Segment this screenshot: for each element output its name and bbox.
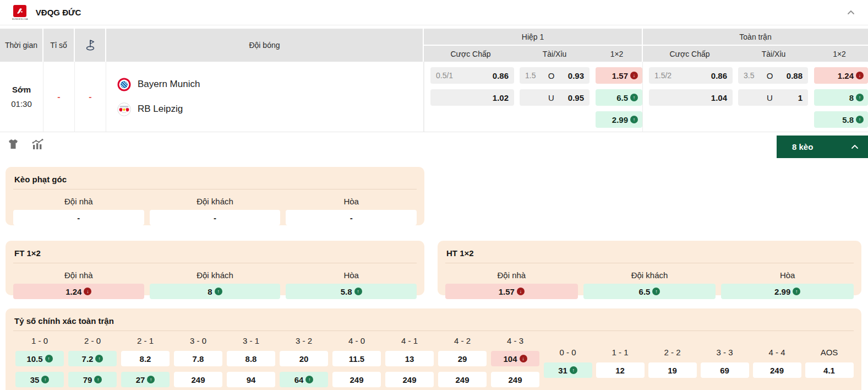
trend-down-icon: ↓ (630, 72, 638, 79)
match-score-cell: - (43, 62, 75, 132)
ht-handicap-home-chip[interactable]: 0.5/1 0.86 (430, 67, 514, 84)
subcol-ft-handicap: Cược Chấp (643, 50, 736, 58)
score-odds-chip[interactable]: 31↑ (544, 362, 592, 378)
trend-up-icon: ↑ (305, 376, 313, 383)
first-half-odds: 0.5/1 0.86 1.02 1.5 O 0.93 U 0.95 1.57↓6… (424, 62, 643, 132)
stats-chart-icon[interactable] (31, 138, 45, 151)
odds-value: 19 (668, 366, 677, 375)
odds-value: 13 (405, 354, 414, 364)
ft-over-price: 0.88 (779, 71, 803, 80)
column-label: Đội nhà (13, 194, 144, 208)
score-label: AOS (821, 345, 838, 359)
score-odds-chip[interactable]: 249 (438, 372, 487, 387)
ft-1x2-odds-cell[interactable]: 5.8↑ (286, 284, 417, 299)
odds-value: 5.8 (842, 115, 854, 124)
odds-value: 8 (849, 93, 854, 102)
league-collapse-button[interactable] (846, 8, 856, 18)
ht-handicap-away-chip[interactable]: 1.02 (430, 89, 514, 106)
away-team-row[interactable]: RB Leipzig (117, 102, 423, 116)
score-odds-chip[interactable]: 79↑ (68, 372, 117, 387)
odds-value: 8.2 (140, 354, 151, 364)
score-label: 3 - 2 (296, 333, 312, 348)
ft-1x2-chip[interactable]: 1.24↓ (814, 67, 868, 84)
odds-value: - (214, 213, 216, 223)
score-odds-chip[interactable]: 7.2↑ (68, 351, 117, 366)
score-odds-chip[interactable]: 249 (385, 372, 434, 387)
ft-overunder-column: 3.5 O 0.88 U 1 (736, 67, 811, 132)
trend-up-icon: ↑ (147, 376, 155, 383)
score-odds-chip[interactable]: 12 (596, 362, 645, 378)
trend-up-icon: ↑ (95, 355, 103, 362)
score-column: AOS4.1 (803, 345, 855, 387)
odds-value: 1.57 (612, 71, 628, 80)
ft-1x2-chip[interactable]: 5.8↑ (814, 111, 868, 128)
group-header-full-time: Toàn trận Cược Chấp Tài/Xỉu 1×2 (643, 29, 868, 62)
score-odds-chip[interactable]: 10.5↑ (15, 351, 64, 366)
score-odds-chip[interactable]: 29 (438, 351, 487, 366)
ht-1x2-odds-cell[interactable]: 1.57↓ (445, 284, 578, 299)
odds-value: 94 (247, 375, 256, 384)
score-odds-chip[interactable]: 64↑ (280, 372, 328, 387)
correct-score-main-grid: 1 - 010.5↑35↑2 - 07.2↑79↑2 - 18.227↑3 - … (13, 333, 542, 387)
odds-value: 20 (299, 354, 309, 364)
score-odds-chip[interactable]: 19 (648, 362, 697, 378)
ft-1x2-odds-cell[interactable]: 1.24↓ (13, 284, 144, 299)
score-odds-chip[interactable]: 20 (280, 351, 328, 366)
corner-odds-cell[interactable]: - (13, 210, 144, 225)
score-odds-chip[interactable]: 249 (174, 372, 222, 387)
col-header-time: Thời gian (0, 29, 43, 62)
ft-under-chip[interactable]: U 1 (738, 89, 808, 106)
odds-value: 249 (455, 375, 469, 384)
ht-1x2-chip[interactable]: 6.5↑ (596, 89, 642, 106)
odds-value: 249 (350, 375, 363, 384)
corner-odds-section: Kèo phạt góc Đội nhàĐội kháchHòa --- (6, 167, 424, 225)
ft-over-chip[interactable]: 3.5 O 0.88 (738, 67, 808, 84)
odds-value: 69 (720, 366, 729, 375)
score-label: 4 - 1 (401, 333, 418, 348)
score-label: 0 - 0 (559, 345, 576, 359)
score-odds-chip[interactable]: 4.1 (805, 362, 854, 378)
ht-over-chip[interactable]: 1.5 O 0.93 (520, 67, 589, 84)
ht-1x2-chip[interactable]: 2.99↑ (596, 111, 642, 128)
odds-value: 8 (208, 287, 212, 296)
match-early-label: Sớm (12, 85, 31, 94)
ht-1x2-odds-cell[interactable]: 2.99↑ (721, 284, 854, 299)
score-odds-chip[interactable]: 27↑ (121, 372, 170, 387)
ft-1x2-odds-cell[interactable]: 8↑ (150, 284, 281, 299)
score-odds-chip[interactable]: 35↑ (15, 372, 64, 387)
score-odds-chip[interactable]: 249 (753, 362, 801, 378)
ht-under-chip[interactable]: U 0.95 (520, 89, 589, 106)
score-odds-chip[interactable]: 69 (701, 362, 749, 378)
home-team-row[interactable]: Bayern Munich (117, 78, 423, 91)
score-odds-chip[interactable]: 94 (227, 372, 275, 387)
score-odds-chip[interactable]: 104↓ (491, 351, 539, 366)
score-odds-chip[interactable]: 249 (491, 372, 539, 387)
corner-odds-cell[interactable]: - (286, 210, 417, 225)
col-header-corner (75, 29, 106, 62)
odds-value: 249 (402, 375, 416, 384)
ht-1x2-odds-cell[interactable]: 6.5↑ (583, 284, 716, 299)
bundesliga-logo: BUNDESLIGA (12, 5, 28, 20)
subcol-ht-1x2: 1×2 (592, 50, 642, 58)
score-column: 4 - 3104↓249 (489, 333, 542, 387)
jersey-icon[interactable] (7, 138, 20, 151)
score-odds-chip[interactable]: 249 (332, 372, 381, 387)
bet-count-button[interactable]: 8 kèo (777, 136, 868, 158)
odds-value: 249 (191, 375, 205, 384)
score-odds-chip[interactable]: 13 (385, 351, 434, 366)
ft-handicap-away-chip[interactable]: 1.04 (649, 89, 733, 106)
ft-handicap-home-chip[interactable]: 1.5/2 0.86 (649, 67, 733, 84)
score-column: 4 - 113249 (383, 333, 436, 387)
score-odds-chip[interactable]: 8.8 (227, 351, 275, 366)
col-header-score: Tỉ số (43, 29, 75, 62)
trend-up-icon: ↑ (652, 288, 660, 295)
score-odds-chip[interactable]: 7.8 (174, 351, 222, 366)
ht-1x2-chip[interactable]: 1.57↓ (596, 67, 642, 84)
column-label: Đội nhà (445, 268, 578, 281)
score-label: 4 - 3 (507, 333, 523, 348)
score-odds-chip[interactable]: 8.2 (121, 351, 170, 366)
score-label: 2 - 1 (137, 333, 154, 348)
corner-odds-cell[interactable]: - (150, 210, 281, 225)
score-odds-chip[interactable]: 11.5 (332, 351, 381, 366)
ft-1x2-chip[interactable]: 8↑ (814, 89, 868, 106)
